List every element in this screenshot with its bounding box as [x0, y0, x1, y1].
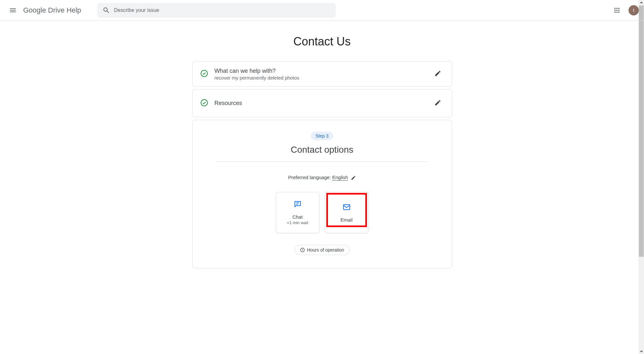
step2-card[interactable]: Resources [192, 89, 452, 117]
scrollbar-thumb[interactable] [639, 5, 644, 257]
search-input[interactable] [114, 7, 331, 13]
scrollbar[interactable] [639, 0, 644, 268]
hamburger-icon [9, 6, 17, 14]
divider [216, 161, 428, 162]
pencil-icon [434, 99, 441, 106]
check-icon [200, 70, 208, 79]
email-icon [342, 203, 351, 213]
pencil-icon [351, 175, 356, 180]
svg-point-0 [201, 70, 207, 77]
email-option[interactable]: Email [325, 192, 369, 233]
search-icon [102, 6, 110, 14]
apps-button[interactable] [610, 4, 623, 17]
chat-label: Chat [293, 214, 303, 220]
language-value[interactable]: English [332, 175, 348, 181]
chat-option[interactable]: Chat <1 min wait [276, 192, 320, 233]
step2-content: Resources [215, 100, 432, 107]
options-row: Chat <1 min wait Email [200, 192, 444, 233]
chat-option-wrap: Chat <1 min wait [276, 192, 320, 233]
chat-icon [293, 200, 302, 210]
apps-icon [613, 6, 621, 14]
language-row: Preferred language: English [200, 175, 444, 180]
avatar[interactable]: t [629, 5, 639, 15]
step1-content: What can we help with? recover my perman… [215, 68, 432, 81]
step3-card: Step 3 Contact options Preferred languag… [192, 120, 452, 268]
language-edit-button[interactable] [351, 175, 356, 180]
check-icon [200, 99, 208, 108]
email-option-wrap: Email [325, 192, 369, 233]
header-bar: Google Drive Help t [0, 0, 644, 21]
header-right: t [610, 4, 639, 17]
search-container[interactable] [97, 3, 336, 18]
page-title: Contact Us [0, 35, 644, 48]
step1-subtitle: recover my permanently deleted photos [215, 75, 432, 81]
clock-icon [300, 247, 305, 253]
language-label: Preferred language: [288, 175, 332, 180]
svg-point-1 [201, 100, 207, 106]
chat-wait: <1 min wait [287, 220, 308, 225]
pencil-icon [434, 70, 441, 77]
step2-title: Resources [215, 100, 432, 107]
step1-card[interactable]: What can we help with? recover my perman… [192, 61, 452, 87]
step2-edit-button[interactable] [432, 97, 444, 110]
step1-edit-button[interactable] [432, 67, 444, 81]
step-badge: Step 3 [311, 132, 333, 140]
step1-title: What can we help with? [215, 68, 432, 74]
email-label: Email [341, 217, 353, 223]
app-title[interactable]: Google Drive Help [23, 6, 81, 14]
hours-label: Hours of operation [307, 247, 344, 253]
contact-options-title: Contact options [200, 145, 444, 155]
menu-button[interactable] [5, 3, 21, 18]
main-content: What can we help with? recover my perman… [192, 61, 452, 268]
hours-button[interactable]: Hours of operation [294, 245, 350, 255]
